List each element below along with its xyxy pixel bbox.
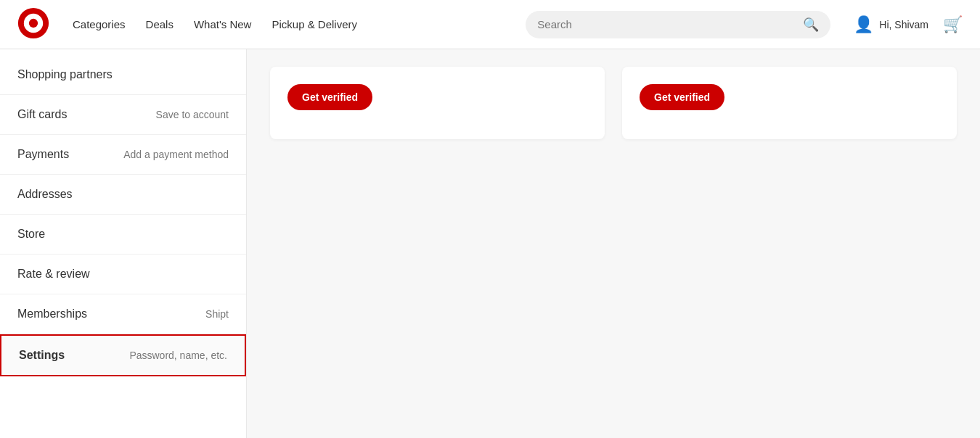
sidebar-item-memberships[interactable]: Memberships Shipt [0, 294, 246, 334]
cart-icon[interactable]: 🛒 [943, 15, 963, 34]
sidebar-item-sub: Add a payment method [123, 149, 229, 160]
verification-card-2: Get verified [622, 67, 957, 139]
sidebar-item-label: Payments [17, 148, 69, 161]
sidebar-item-label: Gift cards [17, 108, 67, 121]
target-logo[interactable] [17, 7, 49, 42]
sidebar-item-settings[interactable]: Settings Password, name, etc. [0, 334, 246, 376]
main-layout: Shopping partners Gift cards Save to acc… [0, 49, 980, 438]
sidebar-item-payments[interactable]: Payments Add a payment method [0, 135, 246, 175]
sidebar-item-rate-review[interactable]: Rate & review [0, 255, 246, 294]
nav-links: Categories Deals What's New Pickup & Del… [73, 18, 502, 30]
sidebar-item-sub: Save to account [156, 109, 229, 120]
svg-point-2 [29, 18, 38, 27]
main-content: Get verified Get verified [247, 49, 980, 438]
nav-deals[interactable]: Deals [146, 18, 173, 30]
sidebar-item-label: Settings [19, 349, 65, 362]
sidebar-item-shopping-partners[interactable]: Shopping partners [0, 55, 246, 95]
search-bar[interactable]: 🔍 [526, 11, 830, 38]
sidebar-item-label: Store [17, 228, 45, 241]
sidebar-item-store[interactable]: Store [0, 215, 246, 255]
nav-pickup-delivery[interactable]: Pickup & Delivery [271, 18, 357, 30]
nav-categories[interactable]: Categories [73, 18, 126, 30]
sidebar-item-label: Shopping partners [17, 68, 113, 81]
sidebar-item-sub: Shipt [205, 308, 229, 320]
search-input[interactable] [537, 18, 797, 30]
header: Categories Deals What's New Pickup & Del… [0, 0, 980, 49]
sidebar-item-label: Memberships [17, 307, 87, 321]
user-icon: 👤 [854, 15, 873, 34]
sidebar-item-sub: Password, name, etc. [129, 350, 227, 361]
search-icon: 🔍 [803, 17, 819, 33]
header-right: 👤 Hi, Shivam 🛒 [854, 15, 963, 34]
user-greeting: Hi, Shivam [879, 19, 928, 30]
verification-card-1: Get verified [270, 67, 605, 139]
sidebar: Shopping partners Gift cards Save to acc… [0, 49, 247, 438]
sidebar-item-addresses[interactable]: Addresses [0, 175, 246, 215]
get-verified-button-2[interactable]: Get verified [640, 84, 724, 110]
user-section[interactable]: 👤 Hi, Shivam [854, 15, 928, 34]
sidebar-item-label: Rate & review [17, 268, 90, 281]
cards-row: Get verified Get verified [270, 67, 957, 139]
sidebar-item-label: Addresses [17, 188, 73, 201]
sidebar-item-gift-cards[interactable]: Gift cards Save to account [0, 95, 246, 135]
nav-whats-new[interactable]: What's New [194, 18, 252, 30]
get-verified-button-1[interactable]: Get verified [287, 84, 372, 110]
